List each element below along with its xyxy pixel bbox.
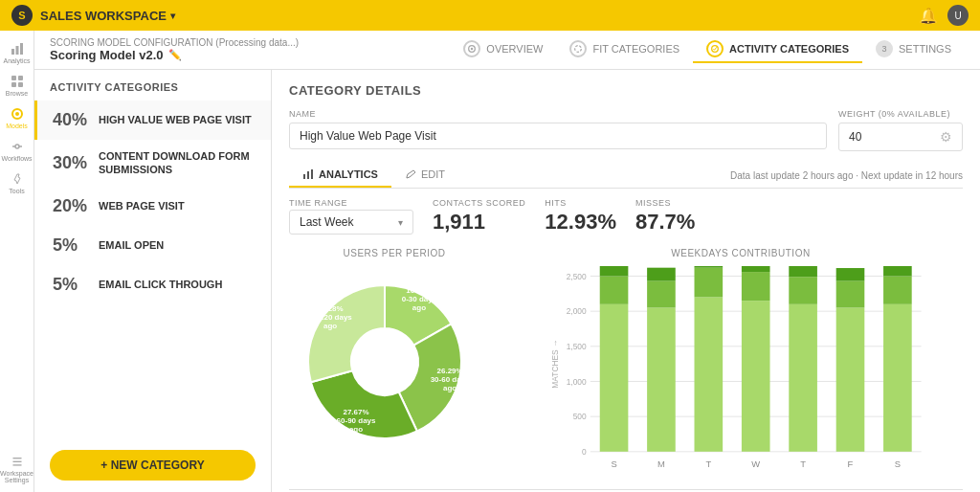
scoring-config-label: SCORING MODEL CONFIGURATION (Processing … — [50, 37, 299, 48]
sidebar-item-models[interactable]: Models — [3, 103, 32, 132]
category-name-content-download: CONTENT DOWNLOAD FORM SUBMISSIONS — [99, 149, 256, 177]
svg-rect-56 — [836, 281, 865, 308]
scoring-model-name: Scoring Model v2.0 — [50, 48, 163, 62]
svg-text:1,500: 1,500 — [567, 342, 587, 351]
sidebar: Analytics Browse Models Workflows Tools … — [0, 31, 34, 492]
sub-header: SCORING MODEL CONFIGURATION (Processing … — [34, 31, 980, 70]
svg-rect-52 — [789, 277, 817, 304]
time-range-value: Last Week — [300, 215, 353, 229]
analytics-tab-label: ANALYTICS — [319, 168, 378, 180]
sidebar-item-tools[interactable]: Tools — [3, 168, 32, 197]
name-field: NAME High Value Web Page Visit — [289, 109, 827, 151]
sub-header-left: SCORING MODEL CONFIGURATION (Processing … — [50, 37, 299, 62]
time-range-block: TIME RANGE Last Week ▾ — [289, 198, 413, 235]
name-value[interactable]: High Value Web Page Visit — [289, 123, 827, 149]
detail-tabs: ANALYTICS EDIT Data last update 2 hours … — [289, 163, 963, 189]
workspace-label: SALES WORKSPACE — [40, 9, 167, 23]
name-text: High Value Web Page Visit — [300, 129, 436, 143]
notification-icon[interactable]: 🔔 — [919, 7, 938, 25]
category-list: 40% HIGH VALUE WEB PAGE VISIT 30% CONTEN… — [34, 101, 271, 438]
category-item-email-click[interactable]: 5% EMAIL CLICK THROUGH — [34, 265, 271, 304]
svg-rect-16 — [303, 174, 305, 179]
svg-rect-6 — [18, 82, 23, 87]
svg-point-14 — [575, 46, 582, 53]
tab-overview[interactable]: OVERVIEW — [450, 36, 556, 63]
svg-rect-53 — [789, 266, 817, 277]
analytics-tab[interactable]: ANALYTICS — [289, 163, 391, 188]
time-range-select[interactable]: Last Week ▾ — [289, 210, 413, 235]
svg-rect-59 — [883, 304, 912, 452]
name-label: NAME — [289, 109, 827, 119]
category-name-web-page: WEB PAGE VISIT — [99, 199, 185, 212]
svg-rect-40 — [647, 281, 676, 308]
svg-text:0: 0 — [582, 447, 587, 457]
right-panel: CATEGORY DETAILS NAME High Value Web Pag… — [272, 70, 980, 492]
svg-text:2,000: 2,000 — [567, 306, 587, 316]
svg-rect-60 — [883, 276, 912, 303]
tab-settings[interactable]: 3 SETTINGS — [862, 36, 965, 63]
svg-text:M: M — [657, 458, 665, 469]
hits-label: HITS — [545, 198, 616, 208]
body-area: ACTIVITY CATEGORIES 40% HIGH VALUE WEB P… — [34, 70, 980, 492]
svg-text:W: W — [751, 458, 760, 469]
weight-value[interactable]: 40 ⚙ — [838, 123, 963, 151]
activity-categories-title: ACTIVITY CATEGORIES — [34, 70, 271, 101]
svg-rect-41 — [647, 268, 676, 281]
bar-chart-area: WEEKDAYS CONTRIBUTION 2,5002,0001,5001,0… — [519, 248, 963, 480]
activity-tab-icon — [706, 40, 724, 57]
category-item-content-download[interactable]: 30% CONTENT DOWNLOAD FORM SUBMISSIONS — [34, 140, 271, 187]
hits-block: HITS 12.93% — [545, 198, 616, 235]
svg-text:500: 500 — [573, 412, 587, 421]
overview-tab-icon — [463, 40, 480, 57]
sidebar-item-browse[interactable]: Browse — [3, 71, 32, 100]
main-layout: Analytics Browse Models Workflows Tools … — [0, 31, 980, 492]
tab-fit-categories[interactable]: FIT CATEGORIES — [556, 36, 693, 63]
sidebar-tools-label: Tools — [9, 188, 24, 194]
data-update-info: Data last update 2 hours ago · Next upda… — [730, 170, 963, 181]
svg-text:1,000: 1,000 — [567, 377, 587, 387]
edit-tab[interactable]: EDIT — [391, 163, 458, 188]
svg-text:T: T — [705, 458, 711, 469]
category-details-title: CATEGORY DETAILS — [289, 83, 963, 98]
tab-fit-label: FIT CATEGORIES — [592, 43, 679, 55]
new-category-button[interactable]: + NEW CATEGORY — [50, 450, 256, 481]
top-bar-left: S SALES WORKSPACE ▾ — [11, 5, 175, 26]
category-item-web-page[interactable]: 20% WEB PAGE VISIT — [34, 187, 271, 226]
sidebar-item-workspace-settings[interactable]: WorkspaceSettings — [3, 456, 32, 484]
svg-text:2,500: 2,500 — [567, 272, 587, 281]
tab-activity-categories[interactable]: ACTIVITY CATEGORIES — [693, 36, 862, 63]
dropdown-chevron-icon: ▾ — [398, 217, 403, 228]
edit-icon[interactable]: ✏️ — [168, 49, 182, 61]
svg-text:S: S — [611, 458, 616, 469]
sidebar-workflows-label: Workflows — [1, 155, 32, 162]
tab-activity-label: ACTIVITY CATEGORIES — [729, 43, 849, 55]
category-item-high-value[interactable]: 40% HIGH VALUE WEB PAGE VISIT — [34, 101, 271, 140]
svg-rect-49 — [742, 266, 770, 272]
svg-point-8 — [15, 112, 19, 116]
hits-value: 12.93% — [545, 210, 616, 235]
top-bar: S SALES WORKSPACE ▾ 🔔 U — [0, 0, 980, 31]
tab-overview-label: OVERVIEW — [486, 43, 543, 55]
contacts-scored-value: 1,911 — [433, 210, 525, 235]
donut-svg: 16.76%0-30 daysago26.29%30-60 daysago27.… — [289, 266, 480, 458]
misses-value: 87.7% — [635, 210, 695, 235]
workspace-name[interactable]: SALES WORKSPACE ▾ — [40, 9, 175, 23]
detail-name-weight-row: NAME High Value Web Page Visit WEIGHT (0… — [289, 109, 963, 151]
svg-rect-48 — [742, 272, 770, 301]
top-bar-right: 🔔 U — [919, 5, 969, 26]
category-name-email-open: EMAIL OPEN — [99, 238, 164, 252]
svg-rect-39 — [647, 307, 676, 451]
sidebar-item-analytics[interactable]: Analytics — [3, 38, 32, 67]
category-item-email-open[interactable]: 5% EMAIL OPEN — [34, 226, 271, 265]
donut-chart-title: USERS PER PERIOD — [289, 248, 500, 258]
nav-tabs: OVERVIEW FIT CATEGORIES ACTIVITY CATEGOR… — [450, 36, 965, 63]
svg-rect-51 — [789, 304, 817, 452]
sidebar-item-workflows[interactable]: Workflows — [3, 136, 32, 165]
tab-settings-label: SETTINGS — [899, 43, 951, 55]
time-range-label: TIME RANGE — [289, 198, 413, 208]
svg-rect-47 — [742, 301, 770, 452]
avatar[interactable]: U — [947, 5, 969, 26]
chevron-icon: ▾ — [170, 11, 175, 21]
edit-tab-label: EDIT — [421, 168, 445, 180]
svg-rect-45 — [695, 266, 724, 268]
